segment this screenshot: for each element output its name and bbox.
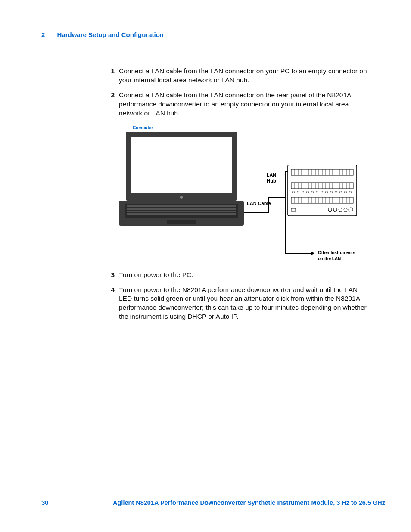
svg-rect-5 xyxy=(127,205,236,207)
computer-label: Computer xyxy=(133,125,153,130)
page-header: 2 Hardware Setup and Configuration xyxy=(41,31,385,38)
step-text: Connect a LAN cable from the LAN connect… xyxy=(119,91,370,118)
lan-hub-label-line2: Hub xyxy=(267,178,276,184)
footer-title: Agilent N8201A Performance Downconverter… xyxy=(113,499,385,506)
lan-hub-icon xyxy=(288,165,357,216)
step-item: 1 Connect a LAN cable from the LAN conne… xyxy=(103,67,370,85)
chapter-title: Hardware Setup and Configuration xyxy=(57,31,164,38)
lan-cable-label: LAN Cable xyxy=(247,201,271,206)
step-number: 3 xyxy=(103,271,119,280)
step-number: 4 xyxy=(103,286,119,322)
svg-rect-1 xyxy=(131,137,232,193)
step-number: 1 xyxy=(103,67,119,85)
laptop-icon xyxy=(119,132,244,226)
svg-rect-8 xyxy=(127,213,236,215)
step-text: Turn on power to the PC. xyxy=(119,271,370,280)
page-footer: 30 Agilent N8201A Performance Downconver… xyxy=(41,499,385,506)
step-text: Connect a LAN cable from the LAN connect… xyxy=(119,67,370,85)
lan-cable-line xyxy=(244,171,288,213)
arrowhead-icon xyxy=(311,252,314,255)
svg-rect-6 xyxy=(127,208,236,210)
chapter-number: 2 xyxy=(41,31,45,38)
svg-point-9 xyxy=(180,196,183,199)
step-item: 2 Connect a LAN cable from the LAN conne… xyxy=(103,91,370,118)
page-number: 30 xyxy=(41,499,49,506)
content-body: 1 Connect a LAN cable from the LAN conne… xyxy=(103,67,370,327)
svg-rect-7 xyxy=(127,211,236,212)
step-text: Turn on power to the N8201A performance … xyxy=(119,286,370,322)
lan-setup-diagram: Computer xyxy=(115,124,367,266)
step-item: 3 Turn on power to the PC. xyxy=(103,271,370,280)
other-instruments-label-line2: on the LAN xyxy=(318,256,341,261)
other-instruments-label-line1: Other Instruments xyxy=(318,250,355,255)
step-item: 4 Turn on power to the N8201A performanc… xyxy=(103,286,370,322)
lan-hub-label-line1: LAN xyxy=(267,172,277,177)
step-number: 2 xyxy=(103,91,119,118)
svg-rect-4 xyxy=(167,220,196,224)
